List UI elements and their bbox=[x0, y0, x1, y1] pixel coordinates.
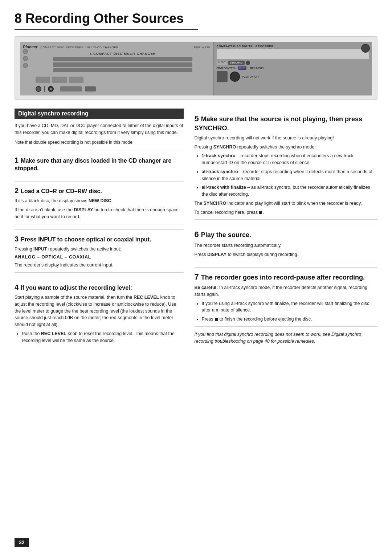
step-6-body2: Press DISPLAY to switch displays during … bbox=[195, 251, 377, 258]
control-circles bbox=[23, 49, 28, 68]
stop-icon-5 bbox=[259, 211, 262, 214]
step-5-bullet2: all-track synchro – recorder stops recor… bbox=[202, 168, 377, 182]
step-5-bullet1: 1-track synchro – recorder stops recordi… bbox=[202, 152, 377, 166]
step-7-body1: Be careful: In all-track synchro mode, i… bbox=[195, 284, 377, 298]
step-2-heading: 2Load a CD–R or CD–RW disc. bbox=[15, 181, 184, 195]
open-close-btn bbox=[361, 44, 370, 53]
step-5-body3: The SYNCHRO indicator and play light wil… bbox=[195, 200, 377, 207]
main-content: Digital synchro recording If you have a … bbox=[15, 109, 377, 346]
left-column: Digital synchro recording If you have a … bbox=[15, 109, 184, 346]
step-3-body2: The recorder's display indicates the cur… bbox=[15, 262, 184, 269]
step-7-bullet1: If you're using all-track synchro with f… bbox=[202, 300, 377, 314]
step-2-body1: If it's a blank disc, the display shows … bbox=[15, 197, 184, 204]
step-4-heading: 4If you want to adjust the recording lev… bbox=[15, 278, 184, 292]
step-5-bullet3: all-track with finalize – as all-track s… bbox=[202, 184, 377, 198]
step-7-bullet2: Press to finish the recording before eje… bbox=[202, 316, 377, 323]
pioneer-logo: Pioneer bbox=[23, 45, 37, 49]
device-left: Pioneer COMPACT DISC RECORDER / MULTI-CD… bbox=[20, 42, 214, 95]
right-label: COMPACT DISC DIGITAL RECORDER bbox=[217, 45, 369, 48]
italic-note: If you find that digital synchro recordi… bbox=[195, 331, 377, 345]
step-5-heading: 5Make sure that the source is not playin… bbox=[195, 114, 377, 133]
section-intro: If you have a CD, MD, DAT or DCC player … bbox=[15, 122, 184, 136]
section-header: Digital synchro recording bbox=[15, 109, 184, 119]
step-4-bullets: Push the REC LEVEL knob to reset the rec… bbox=[22, 330, 184, 344]
step-7-bullets: If you're using all-track synchro with f… bbox=[202, 300, 377, 323]
cd-slots bbox=[36, 57, 210, 72]
step-4-body1: Start playing a sample of the source mat… bbox=[15, 294, 184, 328]
right-display bbox=[217, 49, 369, 59]
step-4-bullet1: Push the REC LEVEL knob to reset the rec… bbox=[22, 330, 184, 344]
step-1-heading: 1Make sure that any discs loaded in the … bbox=[15, 151, 184, 172]
synchro-btn: SYNCHRO bbox=[228, 61, 245, 65]
step-3-body1: Pressing INPUT repeatedly switches the a… bbox=[15, 246, 184, 253]
step-6-body1: The recorder starts recording automatica… bbox=[195, 242, 377, 249]
right-column: 5Make sure that the source is not playin… bbox=[195, 109, 377, 346]
changer-label: 3-COMPACT DISC MULTI CHANGER bbox=[36, 52, 210, 56]
section-note: Note that double speed recording is not … bbox=[15, 139, 184, 146]
step-3-heading: 3Press INPUT to choose optical or coaxia… bbox=[15, 229, 184, 244]
device-right: COMPACT DISC DIGITAL RECORDER INPUT SYNC… bbox=[214, 42, 372, 95]
step-5-body1: Digital synchro recording will not work … bbox=[195, 135, 377, 142]
step-5-body2: Pressing SYNCHRO repeatedly switches the… bbox=[195, 144, 377, 151]
step-2-body2: If the disc isn't blank, use the DISPLAY… bbox=[15, 207, 184, 220]
stop-icon-7 bbox=[215, 318, 218, 321]
page-title: 8 Recording Other Sources bbox=[15, 11, 198, 30]
device-left-label: COMPACT DISC RECORDER / MULTI-CD CHANGER bbox=[40, 46, 118, 49]
step-6-heading: 6Play the source. bbox=[195, 225, 377, 240]
device-model: PDR-W739 bbox=[194, 46, 210, 49]
right-buttons-row: INPUT SYNCHRO bbox=[217, 61, 369, 65]
step-5-body4: To cancel recording here, press . bbox=[195, 209, 377, 216]
page-number: 32 bbox=[15, 538, 29, 547]
step-5-bullets: 1-track synchro – recorder stops recordi… bbox=[202, 152, 377, 198]
device-image: Pioneer COMPACT DISC RECORDER / MULTI-CD… bbox=[15, 36, 377, 100]
analog-optical-line: ANALOG – OPTICAL – COAXIAL bbox=[15, 254, 184, 260]
step-7-heading: 7The recorder goes into record-pause aft… bbox=[195, 267, 377, 282]
